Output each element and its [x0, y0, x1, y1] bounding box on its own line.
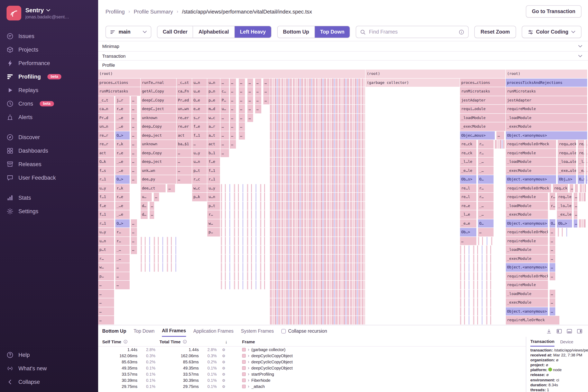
flame-frame[interactable]: …	[131, 175, 137, 184]
flame-frames-cluster[interactable]	[270, 122, 365, 131]
flame-frame[interactable]: …	[131, 149, 137, 157]
flame-frames-cluster[interactable]	[221, 184, 269, 192]
sidebar-item-user-feedback[interactable]: User Feedback	[0, 171, 98, 184]
flame-frames-cluster[interactable]	[270, 166, 365, 175]
flame-frame[interactable]: …	[115, 272, 130, 280]
flame-frame[interactable]: …	[98, 307, 114, 316]
flame-frame[interactable]: requ…ock	[558, 140, 577, 148]
flame-frames-cluster[interactable]	[270, 228, 365, 236]
flame-frame[interactable]: _loadModule	[506, 114, 588, 122]
flame-frame[interactable]: …	[230, 105, 236, 113]
flame-frame[interactable]: r…1	[98, 219, 114, 228]
flame-frame[interactable]: p…t	[98, 246, 114, 254]
flame-frame[interactable]: Objec…mous>	[460, 131, 495, 140]
flame-frame[interactable]: _execModule	[460, 122, 506, 131]
flame-frame[interactable]: …	[550, 298, 556, 307]
frame-row[interactable]: 29.75ms0.1%29.75ms0.1%⚙›_attach	[98, 384, 526, 390]
sidebar-item-collapse[interactable]: Collapse	[0, 375, 98, 389]
flame-frame[interactable]: act	[98, 149, 114, 157]
sidebar-item-releases[interactable]: Releases	[0, 158, 98, 171]
flame-frames-cluster[interactable]	[270, 316, 365, 324]
flame-frame[interactable]: requireModule	[506, 281, 548, 289]
flame-frame[interactable]: _e…le	[460, 166, 477, 175]
flame-frame[interactable]: …	[550, 307, 556, 316]
flame-frame[interactable]: r…	[478, 140, 494, 148]
flame-frame[interactable]: r…e	[115, 193, 130, 201]
flame-frame[interactable]: requireModuleOrMock	[506, 184, 552, 192]
flame-frame[interactable]: r…	[115, 228, 130, 236]
flame-frame[interactable]: _…e	[115, 114, 130, 122]
expand-icon[interactable]: ›	[248, 348, 249, 352]
flame-frame[interactable]: u…y	[98, 228, 114, 236]
flame-frame[interactable]: f…s	[98, 166, 114, 175]
flame-frame[interactable]: …	[230, 122, 236, 131]
flame-frame[interactable]: un…wn	[177, 105, 192, 113]
flame-frame[interactable]: deep…Copy	[141, 149, 177, 157]
tab-device[interactable]: Device	[560, 337, 573, 346]
flame-frames-cluster[interactable]	[221, 237, 269, 245]
flame-frame[interactable]: …	[570, 184, 574, 192]
flame-frames-cluster[interactable]	[478, 237, 494, 245]
flame-frame[interactable]: _…e	[115, 158, 130, 166]
sidebar-item-help[interactable]: Help	[0, 348, 98, 362]
flame-frame[interactable]: u…n	[207, 78, 220, 87]
column-total-time[interactable]: Total Time ↓	[159, 339, 237, 344]
flame-frame[interactable]: _e…e	[460, 219, 477, 228]
flame-frames-cluster[interactable]	[579, 193, 586, 201]
flame-frame[interactable]: req…le	[557, 193, 573, 201]
flame-frames-cluster[interactable]	[270, 131, 365, 140]
flame-frame[interactable]: Object.<anonymous>	[506, 263, 548, 272]
flame-frame[interactable]: w…	[98, 263, 114, 272]
flame-frame[interactable]: …	[131, 105, 137, 113]
frame-settings-icon[interactable]: ⚙	[217, 354, 231, 358]
flame-frame[interactable]: …	[239, 87, 245, 96]
flame-frame[interactable]: _c…st	[177, 78, 192, 87]
flame-frame[interactable]: …	[131, 166, 137, 175]
flame-frame[interactable]: O…>	[115, 131, 130, 140]
flame-frame[interactable]: a…t	[207, 131, 220, 140]
flame-frame[interactable]: …	[247, 114, 254, 122]
flame-frame[interactable]: p…	[98, 272, 114, 280]
flame-frame[interactable]: …	[263, 96, 270, 104]
flame-frame[interactable]: …	[98, 316, 114, 324]
flame-frame[interactable]: requireM…leOrMock	[506, 316, 560, 324]
flame-frames-cluster[interactable]	[460, 298, 493, 307]
flame-frame[interactable]: …	[131, 114, 137, 122]
frame-row[interactable]: 49.35ms0.1%49.35ms0.1%⚙›deepCyclicCopyOb…	[98, 365, 526, 371]
flame-frame[interactable]: r…1	[98, 175, 114, 184]
flame-frame[interactable]: unk…wn	[141, 166, 177, 175]
flame-frames-cluster[interactable]	[460, 307, 493, 316]
flame-frame[interactable]: f…e	[98, 202, 114, 210]
flame-frame[interactable]: …	[131, 237, 137, 245]
flame-frame[interactable]: _loadModule	[506, 290, 548, 298]
flame-frame[interactable]: ca…n	[98, 105, 114, 113]
flame-frame[interactable]: …	[496, 131, 505, 140]
tab-bottom-up[interactable]: Bottom Up	[102, 325, 126, 337]
flame-frame[interactable]: …	[150, 202, 155, 210]
flame-frame[interactable]: O…>	[115, 219, 130, 228]
flame-frame[interactable]: u…n	[192, 158, 207, 166]
flame-frame[interactable]: re…l	[460, 193, 477, 201]
flame-frame[interactable]: u…	[220, 105, 229, 113]
flame-frames-cluster[interactable]	[460, 263, 493, 272]
sort-descending-icon[interactable]: ↓	[225, 339, 227, 344]
flame-frames-cluster[interactable]	[221, 254, 269, 263]
flame-frame[interactable]: …	[98, 281, 114, 289]
flame-frames-cluster[interactable]	[141, 237, 177, 245]
flame-frames-cluster[interactable]	[460, 316, 493, 324]
flame-frame[interactable]: r…	[115, 237, 130, 245]
flame-frame[interactable]: r…	[478, 149, 494, 157]
flame-frame[interactable]: Obj…s>	[558, 175, 577, 184]
flame-frame[interactable]: …	[586, 149, 588, 157]
sidebar-item-dashboards[interactable]: Dashboards	[0, 144, 98, 158]
frame-row[interactable]: 33.57ms0.1%33.57ms0.1%⚙›startProfiling	[98, 371, 526, 377]
breadcrumb-profile-summary[interactable]: Profile Summary	[134, 8, 173, 14]
expand-icon[interactable]: ›	[248, 372, 249, 376]
flame-frame[interactable]: f…1	[98, 193, 114, 201]
flame-frame[interactable]: …	[167, 184, 175, 192]
flame-frame[interactable]: re…er	[177, 114, 192, 122]
flame-frame[interactable]: s…r	[192, 114, 207, 122]
flame-frame[interactable]: _…	[115, 254, 130, 263]
flame-frame[interactable]: …	[239, 122, 245, 131]
flame-frame[interactable]: requireModule	[506, 149, 557, 157]
